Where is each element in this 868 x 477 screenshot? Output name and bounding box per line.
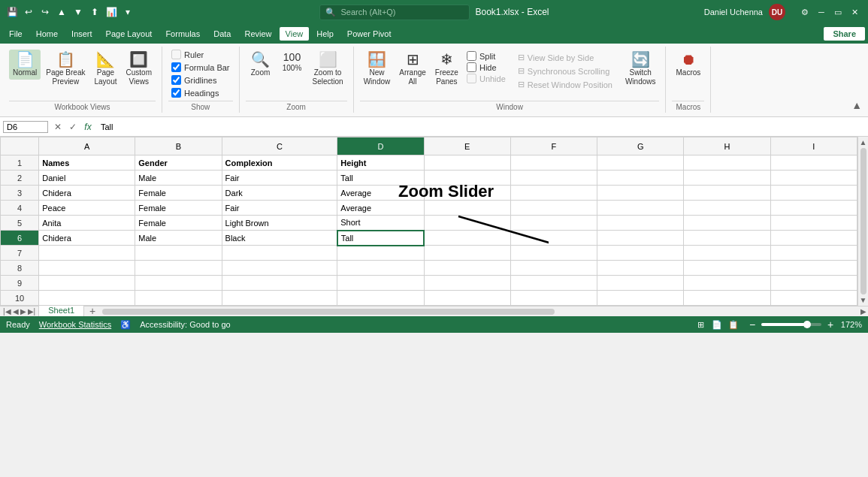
scroll-thumb-h[interactable] xyxy=(102,309,555,315)
col-header-C[interactable]: C xyxy=(222,137,337,155)
cell-I8[interactable] xyxy=(770,261,857,276)
scroll-left-btn[interactable]: ◀ xyxy=(13,307,19,315)
cell-I1[interactable] xyxy=(770,155,857,171)
cell-B1[interactable]: Gender xyxy=(135,155,222,171)
zoom-button[interactable]: 🔍 Zoom xyxy=(246,50,276,80)
cell-C7[interactable] xyxy=(222,246,337,261)
cell-G6[interactable] xyxy=(597,231,684,246)
row-number-8[interactable]: 8 xyxy=(1,261,39,276)
scroll-up-btn[interactable]: ▲ xyxy=(860,138,867,146)
cell-D2[interactable]: Tall xyxy=(337,171,424,186)
macros-button[interactable]: ⏺ Macros xyxy=(672,50,704,80)
zoom-out-button[interactable]: − xyxy=(746,319,758,331)
cell-B9[interactable] xyxy=(135,276,222,291)
hide-checkbox[interactable]: Hide xyxy=(467,62,506,72)
cell-A10[interactable] xyxy=(39,291,135,306)
cell-B5[interactable]: Female xyxy=(135,216,222,231)
cell-C6[interactable]: Black xyxy=(222,231,337,246)
row-number-3[interactable]: 3 xyxy=(1,186,39,201)
chart-icon[interactable]: 📊 xyxy=(105,6,117,18)
confirm-formula-icon[interactable]: ✓ xyxy=(66,120,80,134)
redo-icon[interactable]: ↪ xyxy=(39,6,51,18)
close-button[interactable]: ✕ xyxy=(847,5,862,20)
restore-button[interactable]: ▭ xyxy=(830,5,845,20)
scroll-right-btn[interactable]: ▶ xyxy=(20,307,26,315)
cell-F5[interactable] xyxy=(510,216,597,231)
cell-A3[interactable]: Chidera xyxy=(39,186,135,201)
col-header-F[interactable]: F xyxy=(510,137,597,155)
formula-bar-checkbox-input[interactable] xyxy=(171,62,181,72)
zoom-slider-thumb[interactable] xyxy=(803,321,811,328)
split-checkbox-input[interactable] xyxy=(467,51,476,61)
cell-I3[interactable] xyxy=(770,186,857,201)
cell-A9[interactable] xyxy=(39,276,135,291)
arrange-all-button[interactable]: ⊞ ArrangeAll xyxy=(395,50,430,89)
new-window-button[interactable]: 🪟 NewWindow xyxy=(360,50,395,89)
cell-D6[interactable]: Tall xyxy=(337,231,424,246)
cell-I10[interactable] xyxy=(770,291,857,306)
cell-E4[interactable] xyxy=(424,201,510,216)
cell-H4[interactable] xyxy=(684,201,770,216)
cell-E10[interactable] xyxy=(424,291,510,306)
cell-D1[interactable]: Height xyxy=(337,155,424,171)
cell-C10[interactable] xyxy=(222,291,337,306)
cell-H7[interactable] xyxy=(684,246,770,261)
cell-E1[interactable] xyxy=(424,155,510,171)
vertical-scrollbar[interactable]: ▲ ▼ xyxy=(857,137,868,306)
page-layout-status-icon[interactable]: 📄 xyxy=(710,318,724,331)
cell-H3[interactable] xyxy=(684,186,770,201)
cell-D5[interactable]: Short xyxy=(337,216,424,231)
cell-H10[interactable] xyxy=(684,291,770,306)
formula-input[interactable] xyxy=(98,122,865,131)
cell-G7[interactable] xyxy=(597,246,684,261)
cell-A8[interactable] xyxy=(39,261,135,276)
view-side-by-side-button[interactable]: ⊟ View Side by Side xyxy=(513,51,617,64)
cancel-formula-icon[interactable]: ✕ xyxy=(51,120,65,134)
fx-button[interactable]: fx xyxy=(81,120,95,134)
cell-A4[interactable]: Peace xyxy=(39,201,135,216)
cell-H1[interactable] xyxy=(684,155,770,171)
cell-I2[interactable] xyxy=(770,171,857,186)
menu-power-pivot[interactable]: Power Pivot xyxy=(341,27,398,41)
cell-C3[interactable]: Dark xyxy=(222,186,337,201)
share-button[interactable]: Share xyxy=(824,27,865,41)
cell-G9[interactable] xyxy=(597,276,684,291)
cell-C1[interactable]: Complexion xyxy=(222,155,337,171)
ribbon-collapse-button[interactable]: ▲ xyxy=(848,47,865,113)
cell-F3[interactable] xyxy=(510,186,597,201)
cell-E2[interactable] xyxy=(424,171,510,186)
cell-B7[interactable] xyxy=(135,246,222,261)
cell-E5[interactable] xyxy=(424,216,510,231)
cell-B3[interactable]: Female xyxy=(135,186,222,201)
col-header-A[interactable]: A xyxy=(39,137,135,155)
cell-G5[interactable] xyxy=(597,216,684,231)
cell-reference-box[interactable]: D6 xyxy=(3,121,48,133)
cell-E3[interactable] xyxy=(424,186,510,201)
ruler-checkbox[interactable]: Ruler xyxy=(171,50,230,59)
zoom-in-button[interactable]: + xyxy=(824,319,836,331)
cell-B6[interactable]: Male xyxy=(135,231,222,246)
view-custom-views-button[interactable]: 🔲 CustomViews xyxy=(122,50,156,89)
split-checkbox[interactable]: Split xyxy=(467,51,506,61)
cell-C9[interactable] xyxy=(222,276,337,291)
save-icon[interactable]: 💾 xyxy=(6,6,18,18)
col-header-E[interactable]: E xyxy=(424,137,510,155)
search-box[interactable]: 🔍 xyxy=(319,5,469,20)
menu-help[interactable]: Help xyxy=(310,27,340,41)
menu-review[interactable]: Review xyxy=(238,27,277,41)
cell-D8[interactable] xyxy=(337,261,424,276)
normal-view-status-icon[interactable]: ⊞ xyxy=(694,318,707,331)
cell-E8[interactable] xyxy=(424,261,510,276)
row-number-10[interactable]: 10 xyxy=(1,291,39,306)
cell-C5[interactable]: Light Brown xyxy=(222,216,337,231)
cell-D9[interactable] xyxy=(337,276,424,291)
headings-checkbox-input[interactable] xyxy=(171,88,181,98)
menu-home[interactable]: Home xyxy=(30,27,64,41)
cell-I5[interactable] xyxy=(770,216,857,231)
cell-F8[interactable] xyxy=(510,261,597,276)
cell-F1[interactable] xyxy=(510,155,597,171)
cell-G1[interactable] xyxy=(597,155,684,171)
cell-F4[interactable] xyxy=(510,201,597,216)
freeze-panes-button[interactable]: ❄ FreezePanes xyxy=(431,50,462,89)
cell-E9[interactable] xyxy=(424,276,510,291)
